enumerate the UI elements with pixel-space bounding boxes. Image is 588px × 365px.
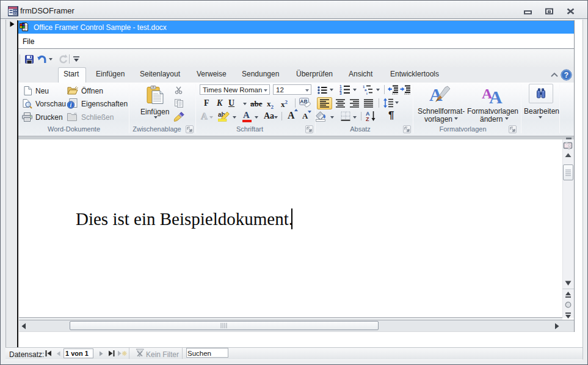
svg-text:i: i bbox=[70, 101, 72, 108]
svg-text:Z: Z bbox=[366, 116, 369, 122]
svg-text:A: A bbox=[366, 111, 370, 117]
svg-text:A: A bbox=[489, 87, 503, 105]
svg-text:i: i bbox=[366, 92, 368, 95]
svg-text:?: ? bbox=[564, 71, 568, 79]
svg-text:3: 3 bbox=[339, 91, 342, 95]
